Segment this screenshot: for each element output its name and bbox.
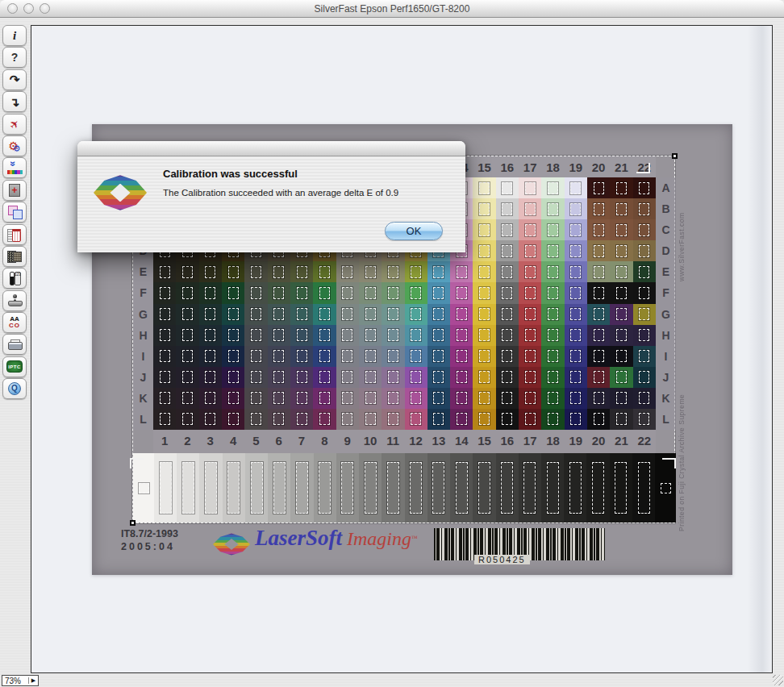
color-patch-H17 [519,325,541,346]
color-patch-K18 [541,388,564,409]
rotate-button[interactable]: ↷ [2,69,27,90]
preview-canvas[interactable]: 12345678910111213141516171819202122 ABCD… [31,25,773,673]
patch-marquee [502,182,512,194]
color-patch-E20 [587,261,610,282]
lasersoft-wordmark: LaserSoftImaging™ [255,526,418,551]
color-patch-H16 [496,325,519,346]
copy-frame-button[interactable] [2,202,27,223]
barcode: R050425 [434,528,605,560]
zoom-button[interactable] [40,3,50,14]
overview-plane-button[interactable]: ✈ [2,114,27,135]
film-frames-icon [7,251,22,262]
color-patch-C16 [496,219,519,240]
film-frames-button[interactable] [2,246,27,267]
color-patch-H7 [290,325,313,346]
patch-marquee [182,371,193,383]
ok-button[interactable]: OK [385,222,443,240]
color-patch-H1 [153,325,176,346]
color-patch-K8 [313,388,336,409]
patch-marquee [661,483,671,493]
patch-marquee [411,266,421,278]
column-label: 13 [427,430,450,453]
auto-text-button[interactable]: AA [2,312,27,333]
color-patch-D19 [565,240,587,261]
patch-marquee [160,371,170,383]
resize-grip[interactable] [773,675,783,685]
patch-marquee [479,266,490,278]
color-patch-G18 [541,304,564,325]
calibration-dialog: Calibration was successful The Calibrati… [77,141,465,252]
color-patch-F4 [222,282,244,303]
column-label: 15 [473,156,495,177]
patch-marquee [479,245,490,257]
color-pilot-button[interactable] [2,157,27,178]
color-patch-A21 [610,177,632,198]
print-button[interactable] [2,334,27,355]
patch-marquee [297,371,307,383]
registration-mark [130,458,144,468]
color-patch-F21 [610,282,632,303]
iptc-button[interactable]: IPTC [2,356,27,377]
patch-marquee [548,203,558,215]
color-patch-L22 [633,409,656,430]
grayscale-patch [632,453,655,523]
minimize-button[interactable] [23,3,34,14]
patch-marquee [433,287,444,299]
patch-marquee [639,329,649,341]
patch-marquee [502,413,512,425]
help-button[interactable]: ? [2,47,27,68]
selection-handle[interactable] [672,153,678,159]
patch-marquee [502,245,512,257]
color-patch-I17 [519,346,541,367]
color-patch-G13 [427,304,450,325]
zoom-level-control[interactable]: 73% ▶ [2,675,39,686]
quicktime-button[interactable]: Q [2,378,27,399]
column-label: 2 [176,430,198,453]
info-button[interactable]: i [2,25,27,46]
patch-marquee [616,350,627,362]
patch-marquee [456,462,468,514]
patch-marquee [479,287,490,299]
color-patch-H2 [176,325,198,346]
color-patch-G10 [359,304,382,325]
patch-marquee [548,350,558,362]
color-patch-H4 [222,325,244,346]
color-patch-I18 [541,346,564,367]
row-label: G [133,303,153,324]
scan-pilot-button[interactable] [2,290,27,311]
patch-marquee [387,462,399,514]
patch-marquee [479,413,490,425]
selection-handle[interactable] [130,520,136,526]
patch-marquee [228,308,239,320]
color-patch-L16 [496,409,519,430]
color-patch-K3 [199,388,222,409]
color-patch-F14 [450,282,473,303]
column-label: 17 [519,430,541,453]
delete-frame-button[interactable] [2,224,27,245]
color-patch-F12 [405,282,427,303]
add-frame-button[interactable]: + [2,180,27,201]
patch-marquee [639,182,649,194]
patch-marquee [433,308,444,320]
density-gauges-button[interactable] [2,268,27,289]
color-patch-E16 [496,261,519,282]
patch-marquee [160,266,170,278]
column-label: 15 [473,430,495,453]
close-button[interactable] [7,3,18,14]
color-patch-A19 [565,177,587,198]
rotate-icon: ↷ [10,73,20,85]
patch-marquee [432,462,444,514]
patch-marquee [388,308,398,320]
patch-marquee [502,224,512,236]
dialog-titlebar[interactable] [77,141,465,156]
column-label: 11 [382,430,404,453]
column-label: 18 [541,156,564,177]
color-patch-K20 [587,388,610,409]
patch-marquee [594,308,604,320]
color-patch-F19 [565,282,587,303]
patch-marquee [433,392,444,404]
color-patch-I10 [359,346,382,367]
mirror-button[interactable]: ↴ [2,91,27,112]
window-titlebar[interactable]: SilverFast Epson Perf1650/GT-8200 [0,0,784,18]
gears-button[interactable]: ⚙ [2,135,27,156]
